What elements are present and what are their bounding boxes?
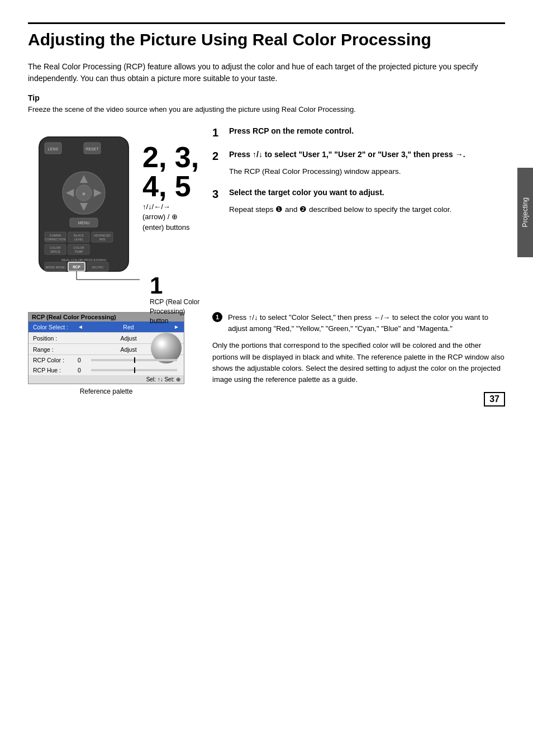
svg-text:IRIS: IRIS xyxy=(99,238,106,241)
svg-text:MENU: MENU xyxy=(78,221,90,225)
sidebar-tab: Projecting xyxy=(517,168,533,257)
svg-text:REAL COLOR PROCESSING: REAL COLOR PROCESSING xyxy=(61,258,106,262)
rcp-panel-footer: Sel: ↑↓ Set: ⊕ xyxy=(28,375,184,384)
rcp-label-rcp-hue: RCP Hue : xyxy=(33,367,78,374)
step-large-label: 2, 3, 4, 5 ↑/↓/←/→ (arrow) / ⊕ (enter) b… xyxy=(142,143,210,233)
page-title: Adjusting the Picture Using Real Color P… xyxy=(28,22,505,50)
step-1: 1 Press RCP on the remote control. xyxy=(212,126,505,139)
page-number: 37 xyxy=(484,392,505,407)
svg-text:⊕: ⊕ xyxy=(82,192,85,196)
svg-text:RCP: RCP xyxy=(73,265,80,269)
rcp-slider-thumb-hue xyxy=(134,367,135,373)
svg-text:LENS: LENS xyxy=(48,147,59,151)
intro-text: The Real Color Processing (RCP) feature … xyxy=(28,61,486,84)
step-2-number: 2 xyxy=(212,149,225,163)
svg-text:SPACE: SPACE xyxy=(50,250,61,253)
remote-diagram-area: LENS RESET ⊕ xyxy=(28,131,201,295)
rcp-label-rcp-color: RCP Color : xyxy=(33,357,78,363)
step-3-desc: Select the target color you want to adju… xyxy=(229,187,505,197)
reference-palette-label: Reference palette xyxy=(28,388,184,395)
rcp-label-position: Position : xyxy=(33,335,78,342)
step-1-desc: Press RCP on the remote control. xyxy=(229,126,505,136)
rcp-val-color: 0 xyxy=(78,357,89,363)
step-1-num: 1 xyxy=(150,274,206,297)
step-1-label: 1 RCP (Real Color Processing) button xyxy=(150,274,206,325)
rcp-row-hue-slider: RCP Hue : 0 xyxy=(28,365,184,375)
remote-control-svg: LENS RESET ⊕ xyxy=(28,131,140,294)
right-col-steps: 1 Press RCP on the remote control. 2 Pre… xyxy=(212,126,505,295)
rcp-button-label: RCP (Real Color Processing) button xyxy=(150,297,206,325)
svg-text:TEMP: TEMP xyxy=(74,250,83,253)
bottom-right-substeps: 1 Press ↑/↓ to select "Color Select," th… xyxy=(212,312,505,395)
sub-step-1-circle: 1 xyxy=(212,312,222,322)
svg-text:ADVANCED: ADVANCED xyxy=(94,234,111,237)
tip-title: Tip xyxy=(28,93,505,102)
step-2-header: 2 Press ↑/↓ to select "User 1," "User 2"… xyxy=(212,149,505,163)
svg-text:CORRECTION: CORRECTION xyxy=(45,238,66,241)
rcp-val-hue: 0 xyxy=(78,367,89,374)
top-two-col: LENS RESET ⊕ xyxy=(28,126,505,295)
svg-text:ADJ PIC: ADJ PIC xyxy=(92,266,103,269)
tip-section: Tip Freeze the scene of the video source… xyxy=(28,93,505,115)
step-2-body: The RCP (Real Color Processing) window a… xyxy=(229,166,505,177)
sidebar-label: Projecting xyxy=(521,197,529,227)
svg-text:BLACK: BLACK xyxy=(74,234,84,237)
rcp-slider-thumb-color xyxy=(134,357,135,363)
rcp-slider-bar-hue xyxy=(91,369,177,371)
step-1-number: 1 xyxy=(212,126,225,139)
page-container: Projecting Adjusting the Picture Using R… xyxy=(0,0,533,418)
svg-text:MODE MODE: MODE MODE xyxy=(46,266,65,269)
svg-text:RESET: RESET xyxy=(85,147,99,151)
rcp-label-range: Range : xyxy=(33,346,78,353)
step-arrows-label: ↑/↓/←/→ (arrow) / ⊕ (enter) buttons xyxy=(142,202,210,233)
step-3: 3 Select the target color you want to ad… xyxy=(212,187,505,215)
svg-text:COLOR: COLOR xyxy=(50,246,61,249)
svg-text:LEVEL: LEVEL xyxy=(74,238,83,241)
bottom-two-col: RCP (Real Color Processing) Color Select… xyxy=(28,312,505,395)
rcp-rows-with-sphere: Position : Adjust Range : Adjust RCP Col… xyxy=(28,333,184,375)
step-2: 2 Press ↑/↓ to select "User 1," "User 2"… xyxy=(212,149,505,177)
step-number-large: 2, 3, 4, 5 xyxy=(142,143,210,201)
step-2-desc: Press ↑/↓ to select "User 1," "User 2" o… xyxy=(229,149,505,159)
step-1-header: 1 Press RCP on the remote control. xyxy=(212,126,505,139)
sub-step-1-body: Press ↑/↓ to select "Color Select," then… xyxy=(228,312,505,334)
sub-step-1: 1 Press ↑/↓ to select "Color Select," th… xyxy=(212,312,505,334)
sub-step-2-body: Only the portions that correspond to the… xyxy=(212,340,505,385)
sub-step-2: Only the portions that correspond to the… xyxy=(212,340,505,385)
step-3-number: 3 xyxy=(212,187,225,201)
rcp-slider-bar-color xyxy=(91,359,177,361)
tip-text: Freeze the scene of the video source whe… xyxy=(28,105,505,115)
svg-text:COLOR: COLOR xyxy=(73,246,84,249)
step-3-header: 3 Select the target color you want to ad… xyxy=(212,187,505,201)
rcp-label-color-select: Color Select : xyxy=(33,324,78,330)
rcp-arrow-left: ◄ xyxy=(78,324,83,330)
left-col-diagram: LENS RESET ⊕ xyxy=(28,126,201,295)
svg-text:GAMMA: GAMMA xyxy=(50,234,61,237)
step-3-body: Repeat steps ❶ and ❷ described below to … xyxy=(229,204,505,215)
